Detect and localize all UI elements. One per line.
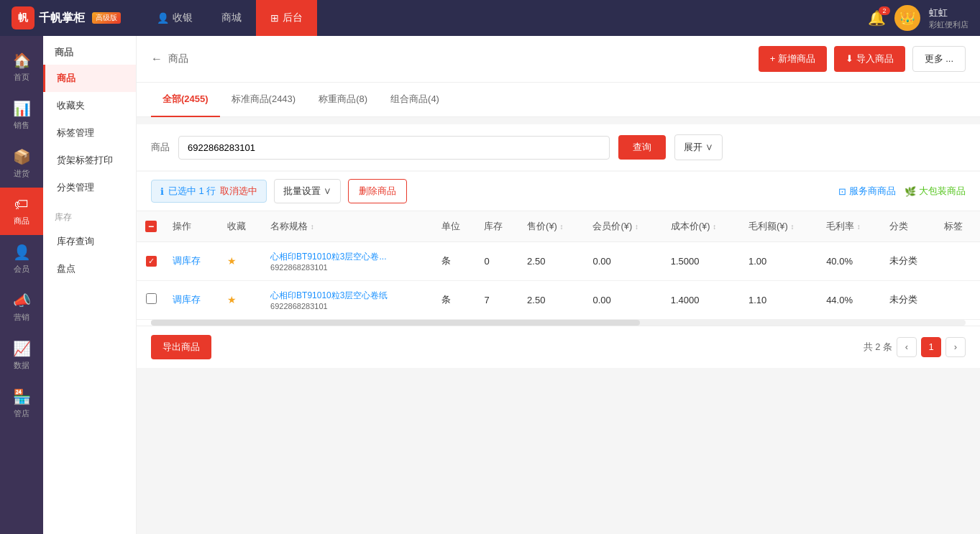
sort-cost-icon: ↕ bbox=[713, 223, 716, 231]
user-info[interactable]: 虹虹 彩虹便利店 bbox=[929, 6, 968, 30]
nav-cashier-label: 收银 bbox=[173, 11, 193, 24]
sidebar-item-goods[interactable]: 🏷 商品 bbox=[0, 188, 43, 235]
row2-star-icon[interactable]: ★ bbox=[227, 294, 237, 305]
row1-adjust-stock-link[interactable]: 调库存 bbox=[173, 255, 201, 266]
row1-unit: 条 bbox=[434, 242, 477, 281]
row2-member-price: 0.00 bbox=[585, 280, 663, 319]
sort-member-price-icon: ↕ bbox=[635, 223, 638, 231]
batch-settings-button[interactable]: 批量设置 ∨ bbox=[274, 179, 341, 203]
tab-standard[interactable]: 标准商品(2443) bbox=[220, 83, 308, 117]
th-profit-rate[interactable]: 毛利率 ↕ bbox=[819, 211, 882, 242]
sidebar-data-label: 数据 bbox=[14, 360, 29, 371]
th-operation: 操作 bbox=[165, 211, 220, 242]
search-input[interactable] bbox=[178, 136, 610, 160]
row1-cost: 1.5000 bbox=[664, 242, 741, 281]
cancel-select-link[interactable]: 取消选中 bbox=[220, 185, 257, 198]
sub-sidebar-item-favorites[interactable]: 收藏夹 bbox=[43, 92, 136, 119]
user-avatar[interactable]: 👑 bbox=[894, 5, 920, 31]
sidebar-item-store[interactable]: 🏪 管店 bbox=[0, 379, 43, 428]
sidebar-member-label: 会员 bbox=[14, 264, 29, 275]
sidebar-item-sales[interactable]: 📊 销售 bbox=[0, 91, 43, 139]
notification-button[interactable]: 🔔 2 bbox=[868, 9, 886, 27]
sidebar-item-member[interactable]: 👤 会员 bbox=[0, 235, 43, 283]
sort-price-icon: ↕ bbox=[560, 223, 564, 231]
table: 操作 收藏 名称规格 ↕ 单位 库存 售价(¥) ↕ 会员价(¥) ↕ 成本价(… bbox=[137, 211, 980, 320]
service-goods-link[interactable]: ⊡ 服务商商品 bbox=[838, 185, 896, 198]
sub-sidebar-item-stocktake[interactable]: 盘点 bbox=[43, 255, 136, 282]
row2-favorite: ★ bbox=[220, 280, 263, 319]
sub-sidebar-item-stock-query[interactable]: 库存查询 bbox=[43, 228, 136, 255]
top-nav: 帆 千帆掌柜 高级版 👤 收银 商城 ⊞ 后台 🔔 2 👑 虹虹 彩虹便利店 bbox=[0, 0, 980, 36]
sidebar-store-label: 管店 bbox=[14, 408, 29, 419]
row2-profit-rate: 44.0% bbox=[819, 280, 882, 319]
row1-checkbox[interactable] bbox=[146, 256, 157, 267]
export-goods-button[interactable]: 导出商品 bbox=[151, 335, 211, 359]
store-name: 彩虹便利店 bbox=[929, 19, 968, 30]
page-1-button[interactable]: 1 bbox=[921, 337, 941, 357]
sales-icon: 📊 bbox=[13, 100, 31, 117]
row2-checkbox-cell bbox=[137, 280, 165, 319]
row1-checkbox-cell bbox=[137, 242, 165, 281]
th-price[interactable]: 售价(¥) ↕ bbox=[520, 211, 585, 242]
purchase-icon: 📦 bbox=[13, 148, 31, 165]
page-title: 商品 bbox=[168, 52, 188, 65]
sub-sidebar-item-shelf-print[interactable]: 货架标签打印 bbox=[43, 147, 136, 174]
th-member-price[interactable]: 会员价(¥) ↕ bbox=[585, 211, 663, 242]
sidebar-item-data[interactable]: 📈 数据 bbox=[0, 331, 43, 379]
th-checkbox bbox=[137, 211, 165, 242]
nav-mall[interactable]: 商城 bbox=[207, 0, 256, 36]
row2-goods-name[interactable]: 心相印BT91010粒3层空心卷纸 bbox=[270, 290, 400, 302]
sort-name-icon: ↕ bbox=[311, 223, 314, 231]
sub-sidebar-goods-title: 商品 bbox=[43, 36, 136, 65]
sub-sidebar-item-category[interactable]: 分类管理 bbox=[43, 174, 136, 201]
expand-button[interactable]: 展开 ∨ bbox=[674, 134, 723, 160]
th-stock: 库存 bbox=[477, 211, 520, 242]
bulk-goods-label: 大包装商品 bbox=[919, 185, 966, 198]
sub-sidebar-item-goods[interactable]: 商品 bbox=[43, 65, 136, 92]
tab-all[interactable]: 全部(2455) bbox=[151, 83, 220, 117]
tab-combo[interactable]: 组合商品(4) bbox=[379, 83, 451, 117]
bulk-goods-link[interactable]: 🌿 大包装商品 bbox=[905, 185, 966, 198]
row1-goods-name[interactable]: 心相印BT91010粒3层空心卷... bbox=[270, 251, 400, 263]
home-icon: 🏠 bbox=[13, 52, 31, 69]
sidebar-item-marketing[interactable]: 📣 营销 bbox=[0, 283, 43, 331]
more-button[interactable]: 更多 ... bbox=[912, 46, 966, 72]
cashier-icon: 👤 bbox=[157, 12, 169, 24]
delete-goods-button[interactable]: 删除商品 bbox=[348, 179, 407, 203]
row1-profit-amount: 1.00 bbox=[741, 242, 819, 281]
sub-sidebar-item-tag-manage[interactable]: 标签管理 bbox=[43, 119, 136, 147]
table-header-row: 操作 收藏 名称规格 ↕ 单位 库存 售价(¥) ↕ 会员价(¥) ↕ 成本价(… bbox=[137, 211, 980, 242]
back-arrow[interactable]: ← bbox=[151, 52, 162, 65]
sidebar-item-purchase[interactable]: 📦 进货 bbox=[0, 139, 43, 188]
row1-tag bbox=[937, 242, 980, 281]
sidebar-goods-label: 商品 bbox=[14, 216, 29, 226]
nav-backend-label: 后台 bbox=[283, 11, 303, 24]
sidebar-item-home[interactable]: 🏠 首页 bbox=[0, 43, 43, 91]
main-content: ← 商品 + 新增商品 ⬇ 导入商品 更多 ... 全部(2455) 标准商品(… bbox=[137, 36, 980, 534]
service-goods-icon: ⊡ bbox=[838, 186, 846, 197]
table-scrollbar[interactable] bbox=[151, 320, 966, 326]
row1-name: 心相印BT91010粒3层空心卷... 6922868283101 bbox=[263, 242, 434, 281]
th-cost[interactable]: 成本价(¥) ↕ bbox=[664, 211, 741, 242]
nav-backend[interactable]: ⊞ 后台 bbox=[256, 0, 317, 36]
prev-page-button[interactable]: ‹ bbox=[897, 337, 917, 357]
filter-area: 商品 查询 展开 ∨ bbox=[137, 124, 980, 170]
import-goods-button[interactable]: ⬇ 导入商品 bbox=[834, 46, 905, 72]
member-icon: 👤 bbox=[13, 244, 31, 261]
query-button[interactable]: 查询 bbox=[618, 135, 666, 160]
th-profit-amount[interactable]: 毛利额(¥) ↕ bbox=[741, 211, 819, 242]
row2-price: 2.50 bbox=[520, 280, 585, 319]
select-all-checkbox[interactable] bbox=[145, 221, 157, 232]
add-goods-button[interactable]: + 新增商品 bbox=[759, 46, 827, 72]
goods-table: 操作 收藏 名称规格 ↕ 单位 库存 售价(¥) ↕ 会员价(¥) ↕ 成本价(… bbox=[137, 211, 980, 326]
th-name[interactable]: 名称规格 ↕ bbox=[263, 211, 434, 242]
row2-checkbox[interactable] bbox=[146, 293, 157, 304]
row2-adjust-stock-link[interactable]: 调库存 bbox=[173, 294, 201, 305]
next-page-button[interactable]: › bbox=[945, 337, 966, 357]
data-icon: 📈 bbox=[13, 340, 31, 357]
row1-star-icon[interactable]: ★ bbox=[227, 255, 237, 267]
sort-profit-amount-icon: ↕ bbox=[790, 223, 794, 231]
tab-weight[interactable]: 称重商品(8) bbox=[307, 83, 379, 117]
row2-barcode: 6922868283101 bbox=[270, 302, 427, 310]
nav-cashier[interactable]: 👤 收银 bbox=[142, 0, 207, 36]
